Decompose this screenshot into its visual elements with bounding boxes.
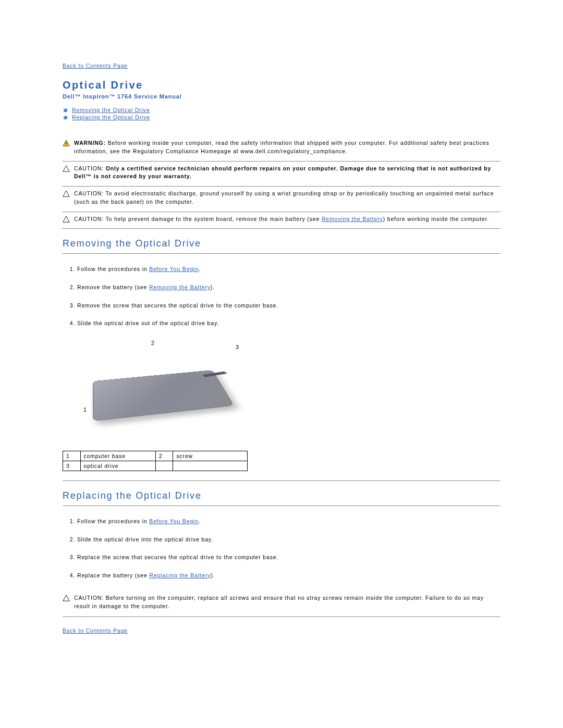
caution-battery: CAUTION: To help prevent damage to the s… (63, 212, 500, 227)
laptop-illustration (93, 370, 234, 421)
removing-steps: Follow the procedures in Before You Begi… (63, 265, 500, 327)
cell-2-num: 2 (155, 451, 173, 461)
link-removing-battery[interactable]: Removing the Battery (322, 216, 383, 222)
parts-table: 1 computer base 2 screw 3 optical drive (63, 451, 248, 471)
caution-final-text: Before turning on the computer, replace … (74, 595, 484, 609)
cell-1-num: 1 (63, 451, 81, 461)
link-replacing-battery[interactable]: Replacing the Battery (149, 572, 211, 578)
cell-3-label: optical drive (80, 461, 155, 471)
warning-text: Before working inside your computer, rea… (74, 140, 489, 154)
svg-marker-4 (63, 191, 69, 196)
callout-3: 3 (236, 344, 239, 350)
step-text: ). (211, 284, 215, 290)
caution-battery-after: ) before working inside the computer. (383, 216, 489, 222)
step-text: ). (211, 572, 215, 578)
svg-rect-2 (66, 144, 66, 145)
step-text: Replace the screw that secures the optic… (77, 554, 278, 560)
caution-authorized: CAUTION: Only a certified service techni… (63, 162, 500, 184)
step-text: Remove the battery (see (77, 284, 149, 290)
step-text: Slide the optical drive out of the optic… (77, 320, 219, 326)
toc-list: Removing the Optical Drive Replacing the… (63, 107, 500, 120)
cell-empty (173, 461, 248, 471)
divider (63, 228, 500, 229)
caution-prefix: CAUTION: (74, 595, 106, 601)
cell-empty (155, 461, 173, 471)
caution-prefix: CAUTION: (74, 165, 106, 171)
replacing-step-2: Slide the optical drive into the optical… (77, 536, 500, 544)
replacing-step-1: Follow the procedures in Before You Begi… (77, 517, 500, 525)
caution-esd-text: To avoid electrostatic discharge, ground… (74, 190, 494, 205)
divider (63, 480, 500, 481)
step-text: Follow the procedures in (77, 266, 149, 272)
page-title: Optical Drive (63, 79, 500, 91)
caution-icon (63, 595, 70, 602)
svg-rect-1 (66, 142, 66, 144)
caution-icon (63, 216, 70, 223)
table-row: 3 optical drive (63, 461, 248, 471)
back-to-contents-link-bottom[interactable]: Back to Contents Page (63, 627, 500, 634)
caution-icon (63, 190, 70, 198)
section-removing-title: Removing the Optical Drive (63, 238, 500, 254)
caution-esd: CAUTION: To avoid electrostatic discharg… (63, 187, 500, 209)
section-replacing-title: Replacing the Optical Drive (63, 490, 500, 506)
replacing-step-3: Replace the screw that secures the optic… (77, 553, 500, 561)
table-row: 1 computer base 2 screw (63, 451, 248, 461)
removing-step-3: Remove the screw that secures the optica… (77, 302, 500, 310)
svg-marker-3 (63, 165, 69, 171)
warning-icon (63, 140, 70, 147)
toc-link-removing[interactable]: Removing the Optical Drive (72, 107, 150, 113)
cell-1-label: computer base (80, 451, 155, 461)
removing-step-2: Remove the battery (see Removing the Bat… (77, 283, 500, 291)
back-to-contents-link-top[interactable]: Back to Contents Page (63, 63, 500, 69)
cell-2-label: screw (173, 451, 248, 461)
step-text: Replace the battery (see (77, 572, 149, 578)
step-text: Slide the optical drive into the optical… (77, 536, 213, 542)
step-text: Follow the procedures in (77, 518, 149, 524)
toc-link-replacing[interactable]: Replacing the Optical Drive (72, 114, 150, 120)
warning-safety: WARNING: Before working inside your comp… (63, 136, 500, 159)
page-subtitle: Dell™ Inspiron™ 1764 Service Manual (63, 93, 500, 100)
warning-prefix: WARNING: (74, 140, 108, 146)
step-text: . (199, 518, 201, 524)
callout-1: 1 (83, 406, 87, 413)
link-before-you-begin[interactable]: Before You Begin (149, 266, 199, 272)
caution-auth-bold: Only a certified service technician shou… (74, 165, 491, 180)
svg-marker-5 (63, 216, 69, 221)
caution-prefix: CAUTION: (74, 216, 105, 222)
step-text: Remove the screw that secures the optica… (77, 302, 278, 309)
link-before-you-begin[interactable]: Before You Begin (149, 518, 199, 524)
svg-marker-6 (63, 595, 69, 601)
figure-optical-drive: 1 2 3 (73, 339, 245, 440)
divider (63, 616, 500, 617)
caution-prefix: CAUTION: (74, 190, 105, 196)
cell-3-num: 3 (63, 461, 81, 471)
removing-step-1: Follow the procedures in Before You Begi… (77, 265, 500, 273)
replacing-step-4: Replace the battery (see Replacing the B… (77, 572, 500, 579)
caution-icon (63, 165, 70, 172)
removing-step-4: Slide the optical drive out of the optic… (77, 319, 500, 327)
caution-final: CAUTION: Before turning on the computer,… (63, 591, 500, 614)
callout-2: 2 (151, 340, 155, 346)
caution-battery-before: To help prevent damage to the system boa… (105, 216, 321, 222)
link-removing-battery[interactable]: Removing the Battery (149, 284, 211, 290)
step-text: . (199, 266, 201, 272)
replacing-steps: Follow the procedures in Before You Begi… (63, 517, 500, 579)
